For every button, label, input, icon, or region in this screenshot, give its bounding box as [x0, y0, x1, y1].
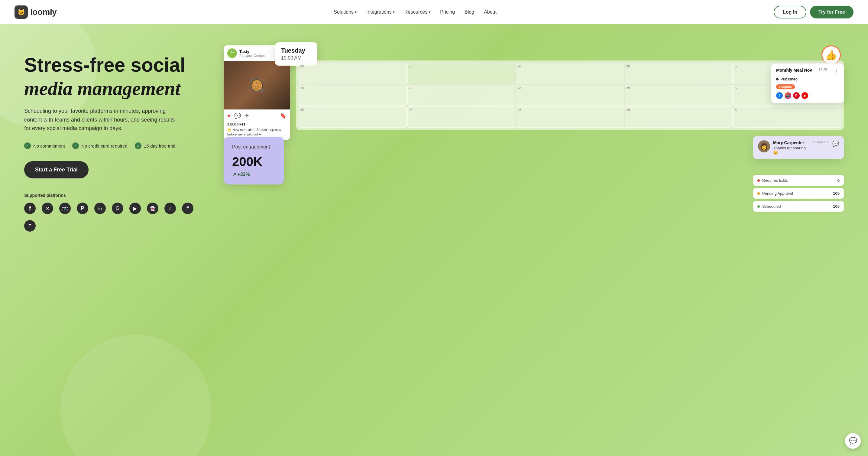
social-avatar: 🍃	[227, 49, 237, 58]
nav-solutions[interactable]: Solutions ▾	[334, 9, 356, 15]
calendar-grid: 28 28 28 28 5 28 28 28 28 5 28 28 28 28 …	[296, 60, 844, 130]
brand-name: loomly	[30, 7, 57, 17]
cal-cell: 5	[733, 107, 841, 128]
chevron-down-icon: ▾	[429, 10, 430, 14]
check-no-commitment: ✓ No commitment	[24, 143, 65, 149]
engagement-label: Post engagement	[232, 144, 276, 150]
status-dot-green	[757, 205, 760, 208]
status-count: 0	[837, 178, 840, 183]
hero-title-line2: media management	[24, 78, 206, 99]
supported-title: Supported platforms	[24, 193, 206, 198]
check-icon: ✓	[135, 143, 142, 149]
hero-title-line1: Stress-free social	[24, 54, 206, 75]
platform-snapchat: 👻	[147, 203, 158, 214]
hero-right-mockups: 👍 🍃 Tasty Portland, Oregon ··· 🥘 ♥ 💬 ✈ 🔖	[218, 42, 844, 224]
status-label: Scheduled	[757, 204, 781, 209]
engagement-value: 200K	[232, 154, 276, 169]
platform-youtube: ▶	[129, 203, 141, 214]
platform-slack: #	[182, 203, 193, 214]
schedule-day: Tuesday	[281, 47, 311, 54]
cal-cell: 28	[625, 63, 733, 84]
chat-bubble-button[interactable]: 💬	[845, 433, 861, 449]
post-options-icon[interactable]: ⋮	[834, 68, 839, 74]
bookmark-icon[interactable]: 🔖	[280, 113, 286, 119]
engagement-change: ↗ +32%	[232, 172, 276, 177]
social-username: Tasty	[239, 49, 265, 54]
comment-icon[interactable]: 💬	[234, 113, 241, 119]
platform-pt-icon: P	[793, 92, 800, 99]
social-location: Portland, Oregon	[239, 54, 265, 57]
platform-teams: T	[24, 220, 36, 232]
share-icon[interactable]: ✈	[245, 113, 249, 119]
platform-icons-list: f ✕ 📷 P in G ▶ 👻 ♪ # T	[24, 203, 206, 232]
hero-checks: ✓ No commitment ✓ No credit card require…	[24, 143, 206, 149]
hero-section: Stress-free social media management Sche…	[0, 24, 868, 456]
cal-cell: 28	[407, 85, 516, 106]
start-free-trial-button[interactable]: Start a Free Trial	[24, 161, 89, 178]
status-scheduled: Scheduled 105	[753, 201, 844, 212]
cal-cell: 28	[299, 107, 407, 128]
try-for-free-button[interactable]: Try for Free	[810, 6, 854, 19]
post-card-header: Monthly Meal Nov 12:35 ⋮	[776, 68, 839, 74]
check-free-trial: ✓ 15-day free trial	[135, 143, 175, 149]
status-requires-edits: Requires Edits 0	[753, 175, 844, 186]
check-no-credit-card: ✓ No credit card required	[72, 143, 128, 149]
check-icon: ✓	[24, 143, 31, 149]
status-label: Requires Edits	[757, 178, 788, 183]
post-platforms: f 📷 P ▶	[776, 92, 839, 99]
nav-blog[interactable]: Blog	[465, 9, 474, 15]
commenter-name: Mary Carpenter	[773, 140, 809, 145]
comment-content: Mary Carpenter Thanks for sharing! 😊	[773, 140, 809, 155]
status-pending-approval: Pending Approval 105	[753, 188, 844, 199]
cal-cell: 28	[516, 85, 624, 106]
nav-integrations[interactable]: Integrations ▾	[366, 9, 395, 15]
nav-about[interactable]: About	[484, 9, 497, 15]
platform-google: G	[112, 203, 123, 214]
post-status: Published	[776, 77, 839, 81]
like-icon[interactable]: ♥	[227, 113, 230, 119]
platform-pinterest: P	[77, 203, 88, 214]
nav-links: Solutions ▾ Integrations ▾ Resources ▾ P…	[334, 9, 497, 15]
cal-cell: 28	[516, 107, 624, 128]
cal-cell: 28	[299, 85, 407, 106]
status-count: 105	[833, 204, 840, 209]
check-icon: ✓	[72, 143, 79, 149]
cal-cell: 28	[299, 63, 407, 84]
chevron-down-icon: ▾	[355, 10, 356, 14]
status-items: Requires Edits 0 Pending Approval 105 Sc…	[753, 175, 844, 212]
logo-link[interactable]: 🐱 loomly	[14, 5, 57, 19]
commenter-avatar: 👩	[758, 140, 770, 152]
status-dot-red	[757, 179, 760, 182]
platform-twitter-x: ✕	[42, 203, 53, 214]
nav-actions: Log In Try for Free	[774, 6, 854, 19]
social-card-user: 🍃 Tasty Portland, Oregon	[227, 49, 265, 58]
status-label: Pending Approval	[757, 191, 793, 195]
nav-resources[interactable]: Resources ▾	[404, 9, 430, 15]
cal-cell: 28	[625, 107, 733, 128]
supported-platforms: Supported platforms f ✕ 📷 P in G ▶ 👻 ♪ #…	[24, 193, 206, 232]
status-dot	[776, 78, 779, 81]
nav-pricing[interactable]: Pricing	[440, 9, 455, 15]
platform-yt-icon: ▶	[802, 92, 808, 99]
post-title: Monthly Meal Nov	[776, 68, 812, 72]
status-dot-orange	[757, 192, 760, 195]
logo-icon: 🐱	[14, 5, 28, 19]
social-actions: ♥ 💬 ✈ 🔖	[224, 110, 290, 122]
post-tag: Graphic	[776, 84, 795, 89]
engagement-card: Post engagement 200K ↗ +32%	[224, 137, 284, 184]
comment-card: 👩 Mary Carpenter Thanks for sharing! 😊 3…	[753, 136, 844, 159]
login-button[interactable]: Log In	[774, 6, 806, 19]
platform-facebook: f	[24, 203, 36, 214]
platform-fb-icon: f	[776, 92, 783, 99]
hero-left: Stress-free social media management Sche…	[24, 42, 206, 232]
reply-icon[interactable]: 💬	[832, 140, 839, 147]
post-details-card: Monthly Meal Nov 12:35 ⋮ Published Graph…	[771, 63, 844, 103]
social-post-image: 🥘	[224, 61, 290, 110]
platform-ig-icon: 📷	[784, 92, 791, 99]
comment-time: 3 hours ago	[812, 140, 829, 144]
schedule-time: 10:00 AM	[281, 55, 311, 61]
cal-cell: 28	[625, 85, 733, 106]
status-count: 105	[833, 191, 840, 195]
chevron-down-icon: ▾	[393, 10, 395, 14]
likes-count: 3,000 likes	[224, 122, 290, 128]
